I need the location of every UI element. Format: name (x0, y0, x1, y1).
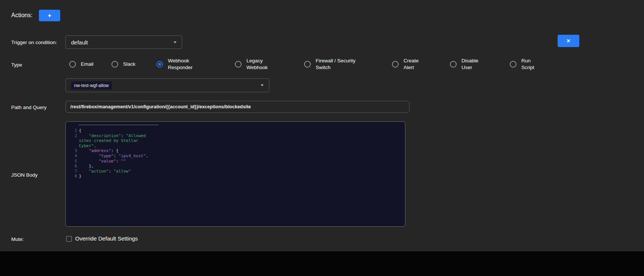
code-row: 1{ (66, 128, 405, 133)
code-text: sites created by Stellar (77, 138, 138, 143)
actions-panel: Actions: + Trigger on condition: default… (0, 0, 644, 251)
json-body-label: JSON Body (11, 172, 38, 178)
path-query-input[interactable] (65, 101, 410, 113)
radio-option-legacy-webhook[interactable]: Legacy Webhook (235, 55, 304, 73)
override-default-settings-checkbox[interactable] (66, 236, 72, 242)
radio-label: Legacy Webhook (246, 58, 273, 71)
radio-option-email[interactable]: Email (69, 55, 111, 73)
radio-option-slack[interactable]: Slack (111, 55, 156, 73)
radio-icon (235, 61, 242, 68)
code-text: { (77, 128, 82, 133)
code-text: "description": "Allowed (77, 133, 146, 139)
line-number (66, 143, 77, 149)
line-number: 6 (66, 164, 77, 169)
type-label: Type (11, 62, 22, 68)
code-text: Cyber", (77, 143, 96, 149)
line-number: 4 (66, 153, 77, 159)
code-row: Cyber", (66, 143, 405, 149)
code-text: "action": "allow" (77, 169, 131, 174)
radio-label: Run Script (521, 58, 539, 71)
chevron-down-icon (174, 41, 177, 43)
radio-icon (450, 61, 457, 68)
page: Actions: + Trigger on condition: default… (0, 0, 644, 276)
remove-action-button[interactable]: ✕ (558, 35, 579, 47)
radio-option-webhook-responder[interactable]: Webhook Responder (156, 55, 235, 73)
radio-label: Create Alert (404, 58, 423, 71)
line-number: 3 (66, 148, 77, 153)
radio-icon (304, 61, 311, 68)
line-number: 8 (66, 174, 77, 179)
radio-icon (156, 61, 163, 68)
radio-option-firewall-security-switch[interactable]: Firewall / Security Switch (304, 55, 392, 73)
radio-label: Email (81, 61, 93, 68)
trigger-condition-select[interactable]: default (65, 35, 182, 49)
trigger-condition-value: default (71, 39, 88, 46)
code-row: 7 "action": "allow" (66, 169, 405, 174)
line-number: 1 (66, 128, 77, 133)
radio-option-run-script[interactable]: Run Script (510, 55, 555, 73)
code-row: sites created by Stellar (66, 138, 405, 143)
override-default-settings-label: Override Default Settings (75, 235, 138, 242)
code-row: 8} (66, 174, 405, 179)
add-action-button[interactable]: + (39, 10, 60, 21)
json-body-editor[interactable]: 1{2 "description": "Allowedsites created… (65, 121, 405, 227)
chevron-down-icon (261, 84, 264, 86)
line-number: 2 (66, 133, 77, 139)
path-query-label: Path and Query (11, 105, 47, 110)
radio-label: Slack (123, 61, 135, 68)
close-icon: ✕ (567, 38, 571, 44)
code-text: }, (77, 164, 94, 169)
line-number: 7 (66, 169, 77, 174)
radio-label: Disable User (461, 58, 482, 71)
responder-select[interactable]: nw-test-wgf-allow (65, 78, 269, 92)
actions-header-label: Actions: (11, 12, 33, 19)
code-text: "type": "ipv4_host", (77, 153, 148, 159)
code-row: 3 "address": { (66, 148, 405, 153)
code-row: 5 "value": "" (66, 159, 405, 164)
radio-label: Webhook Responder (168, 58, 200, 71)
plus-icon: + (48, 12, 52, 19)
code-lines: 1{2 "description": "Allowedsites created… (66, 128, 405, 179)
radio-icon (111, 61, 118, 68)
code-row: 2 "description": "Allowed (66, 133, 405, 139)
radio-option-create-alert[interactable]: Create Alert (392, 55, 450, 73)
radio-icon (392, 61, 399, 68)
editor-top-divider (79, 125, 159, 125)
trigger-condition-label: Trigger on condition: (11, 40, 57, 45)
type-radio-group: Email Slack Webhook Responder Legacy Web… (69, 55, 555, 73)
code-text: } (77, 174, 82, 179)
code-row: 4 "type": "ipv4_host", (66, 153, 405, 159)
responder-selected-tag: nw-test-wgf-allow (71, 81, 112, 90)
code-row: 6 }, (66, 164, 405, 169)
code-text: "address": { (77, 148, 119, 153)
radio-option-disable-user[interactable]: Disable User (450, 55, 510, 73)
line-number: 5 (66, 159, 77, 164)
radio-icon (69, 61, 76, 68)
mute-label: Mute: (11, 236, 24, 242)
radio-label: Firewall / Security Switch (316, 58, 364, 71)
radio-icon (510, 61, 516, 68)
code-text: "value": "" (77, 159, 126, 164)
line-number (66, 138, 77, 143)
